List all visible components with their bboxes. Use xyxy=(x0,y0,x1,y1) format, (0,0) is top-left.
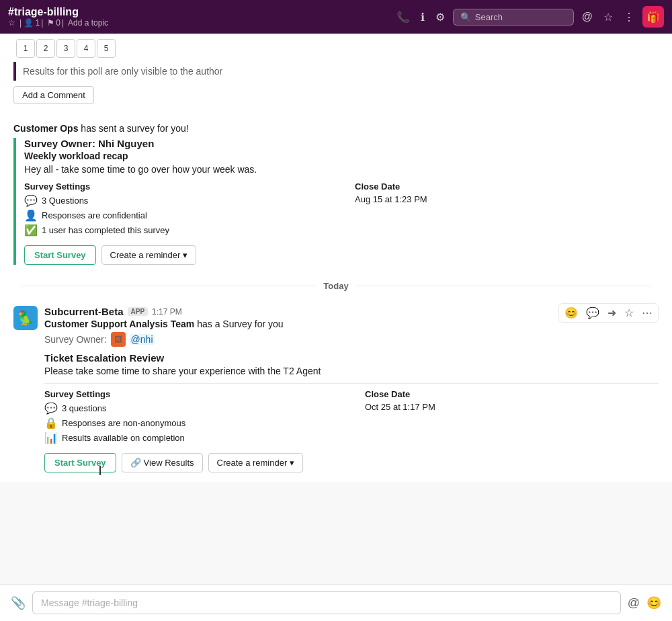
reminder-dropdown-icon-2: ▾ xyxy=(290,458,294,468)
survey-card-2: Ticket Escalation Review Please take som… xyxy=(44,352,659,472)
star-header-icon[interactable]: ☆ xyxy=(601,8,616,26)
close-date-value-2: Oct 25 at 1:17 PM xyxy=(365,402,659,412)
settings-label-1: Survey Settings xyxy=(24,181,328,192)
channel-info: #triage-billing ☆ | 👤 1 | ⚑ 0 | Add a to… xyxy=(8,6,108,28)
questions-item-2: 💬 3 questions xyxy=(44,402,338,415)
page-3[interactable]: 3 xyxy=(56,39,75,58)
survey-owner-label: Survey Owner: Nhi Nguyen xyxy=(24,138,659,149)
reaction-count: ⚑ 0 | xyxy=(47,18,64,28)
add-topic-link[interactable]: Add a topic xyxy=(68,18,108,28)
close-date-label-2: Close Date xyxy=(365,389,659,399)
search-box[interactable]: 🔍 Search xyxy=(453,9,574,26)
channel-name: #triage-billing xyxy=(8,6,108,18)
search-icon: 🔍 xyxy=(460,12,471,22)
survey-desc-2: Please take some time to share your expe… xyxy=(44,366,659,376)
message-placeholder: Message #triage-billing xyxy=(41,597,138,608)
survey-title-2: Ticket Escalation Review xyxy=(44,352,659,364)
page-4[interactable]: 4 xyxy=(77,39,95,58)
divider xyxy=(44,383,659,384)
completed-item: ✅ 1 user has completed this survey xyxy=(24,224,328,237)
survey-actions-1: Start Survey Create a reminder ▾ xyxy=(24,245,659,265)
gear-icon[interactable]: ⚙ xyxy=(433,8,448,26)
owner-avatar: 🖼 xyxy=(111,332,126,347)
results-icon: 📊 xyxy=(44,431,58,444)
start-survey-button-2[interactable]: Start Survey xyxy=(44,453,116,472)
poll-note: Results for this poll are only visible t… xyxy=(13,62,659,81)
bot-name: Subcurrent-Beta xyxy=(44,306,124,317)
start-survey-button-1[interactable]: Start Survey xyxy=(24,245,96,265)
channel-meta: ☆ | 👤 1 | ⚑ 0 | Add a topic xyxy=(8,18,108,28)
message-input-field[interactable]: Message #triage-billing xyxy=(32,591,621,614)
at-input-icon[interactable]: @ xyxy=(628,596,640,610)
bot-msg-content: Subcurrent-Beta APP 1:17 PM Customer Sup… xyxy=(44,306,659,472)
header: #triage-billing ☆ | 👤 1 | ⚑ 0 | Add a to… xyxy=(0,0,672,34)
survey-owner-row-2: Survey Owner: 🖼 @nhi xyxy=(44,332,659,347)
create-reminder-button-1[interactable]: Create a reminder ▾ xyxy=(101,245,197,265)
more-icon[interactable]: ⋮ xyxy=(621,8,637,26)
app-badge: APP xyxy=(128,307,149,316)
non-anonymous-icon: 🔒 xyxy=(44,417,58,429)
forward-icon[interactable]: ➜ xyxy=(605,305,619,321)
bookmark-icon[interactable]: ☆ xyxy=(622,305,636,321)
info-icon[interactable]: ℹ xyxy=(418,8,427,26)
view-results-button[interactable]: 🔗 View Results xyxy=(122,453,203,472)
message-input-bar: 📎 Message #triage-billing @ 😊 xyxy=(0,584,672,621)
attach-icon[interactable]: 📎 xyxy=(11,595,26,610)
member-count: | 👤 1 | xyxy=(19,18,43,28)
questions-icon-1: 💬 xyxy=(24,194,38,207)
completed-icon: ✅ xyxy=(24,224,38,237)
page-2[interactable]: 2 xyxy=(36,39,55,58)
survey-settings-row-1: Survey Settings 💬 3 Questions 👤 Response… xyxy=(24,181,659,239)
survey-settings-col-2: Survey Settings 💬 3 questions 🔒 Response… xyxy=(44,389,338,446)
add-comment-button[interactable]: Add a Comment xyxy=(13,86,94,104)
view-results-icon: 🔗 xyxy=(130,458,141,468)
questions-item-1: 💬 3 Questions xyxy=(24,194,328,207)
survey-close-col-2: Close Date Oct 25 at 1:17 PM xyxy=(365,389,659,446)
at-icon[interactable]: @ xyxy=(579,8,595,26)
gift-icon[interactable]: 🎁 xyxy=(642,6,664,28)
bot-message-block: 😊 💬 ➜ ☆ ⋯ 🦜 Subcurrent-Beta APP 1:17 PM … xyxy=(0,299,672,482)
page-1[interactable]: 1 xyxy=(16,39,35,58)
bot-time: 1:17 PM xyxy=(152,307,182,317)
questions-icon-2: 💬 xyxy=(44,402,58,415)
page-5[interactable]: 5 xyxy=(97,39,116,58)
owner-mention[interactable]: @nhi xyxy=(130,334,155,345)
survey-message-1: Customer Ops has sent a survey for you! … xyxy=(0,118,672,273)
settings-label-2: Survey Settings xyxy=(44,389,338,399)
emoji-input-icon[interactable]: 😊 xyxy=(646,595,661,610)
emoji-reaction-icon[interactable]: 😊 xyxy=(562,305,581,321)
header-actions: 📞 ℹ ⚙ 🔍 Search @ ☆ ⋮ 🎁 xyxy=(394,6,664,28)
today-divider: Today xyxy=(13,273,659,299)
survey-settings-col-1: Survey Settings 💬 3 Questions 👤 Response… xyxy=(24,181,328,239)
survey-actions-2: Start Survey 🔗 View Results Create a rem… xyxy=(44,453,659,472)
reply-icon[interactable]: 💬 xyxy=(583,305,602,321)
results-item: 📊 Results available on completion xyxy=(44,431,338,444)
bot-msg-header: 🦜 Subcurrent-Beta APP 1:17 PM Customer S… xyxy=(13,306,659,472)
more-actions-icon[interactable]: ⋯ xyxy=(639,305,655,321)
survey-close-col-1: Close Date Aug 15 at 1:23 PM xyxy=(355,181,659,239)
create-reminder-button-2[interactable]: Create a reminder ▾ xyxy=(208,453,304,472)
survey-desc-1: Hey all - take some time to go over how … xyxy=(24,164,659,175)
confidential-icon: 👤 xyxy=(24,209,38,222)
close-date-label-1: Close Date xyxy=(355,181,659,192)
search-label: Search xyxy=(475,12,503,22)
chat-area: 1 2 3 4 5 Results for this poll are only… xyxy=(0,34,672,584)
pagination: 1 2 3 4 5 xyxy=(16,39,659,58)
poll-block: 1 2 3 4 5 Results for this poll are only… xyxy=(0,34,672,118)
survey-card-1: Survey Owner: Nhi Nguyen Weekly workload… xyxy=(13,138,659,265)
star-icon[interactable]: ☆ xyxy=(8,18,15,28)
survey-intro-1: Customer Ops has sent a survey for you! xyxy=(13,123,659,134)
non-anonymous-item: 🔒 Responses are non-anonymous xyxy=(44,417,338,429)
message-actions: 😊 💬 ➜ ☆ ⋯ xyxy=(558,303,659,323)
today-section: 😊 💬 ➜ ☆ ⋯ 🦜 Subcurrent-Beta APP 1:17 PM … xyxy=(0,299,672,584)
survey-name-1: Weekly workload recap xyxy=(24,151,659,161)
phone-icon[interactable]: 📞 xyxy=(394,8,413,26)
confidential-item: 👤 Responses are confidential xyxy=(24,209,328,222)
close-date-value-1: Aug 15 at 1:23 PM xyxy=(355,194,659,204)
reminder-dropdown-icon-1: ▾ xyxy=(183,250,187,260)
bot-avatar: 🦜 xyxy=(13,306,38,330)
survey-settings-row-2: Survey Settings 💬 3 questions 🔒 Response… xyxy=(44,389,659,446)
